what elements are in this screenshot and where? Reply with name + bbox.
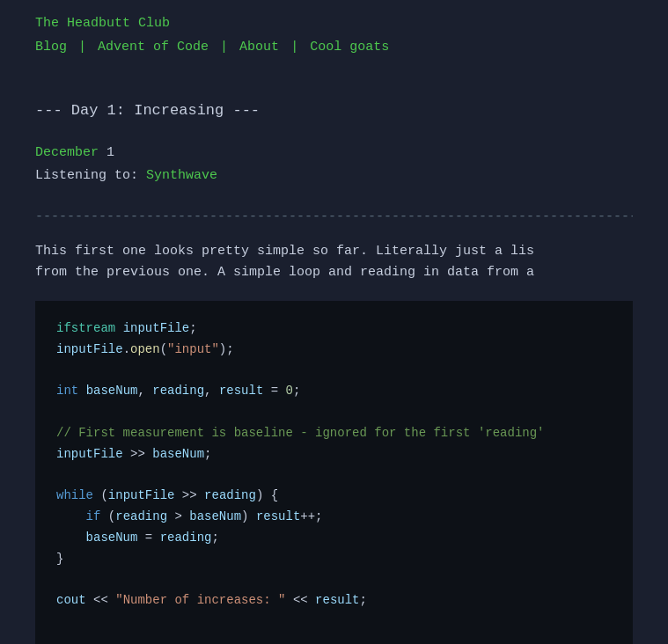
post-date-month: December (35, 145, 99, 160)
nav-sep-2: | (220, 40, 236, 55)
code-line-3 (56, 361, 612, 382)
code-line-14: cout << "Number of increases: " << resul… (56, 590, 612, 611)
nav-bar: Blog | Advent of Code | About | Cool goa… (35, 38, 633, 58)
nav-sep-1: | (78, 40, 94, 55)
code-line-16: < (56, 640, 612, 644)
post-intro: This first one looks pretty simple so fa… (35, 241, 633, 283)
post-title: --- Day 1: Increasing --- (35, 99, 633, 122)
intro-line-1: This first one looks pretty simple so fa… (35, 241, 633, 262)
code-line-10: if (reading > baseNum) result++; (56, 507, 612, 528)
code-line-5 (56, 402, 612, 423)
code-line-9: while (inputFile >> reading) { (56, 486, 612, 507)
nav-about[interactable]: About (239, 40, 279, 55)
code-line-15 (56, 611, 612, 633)
code-line-1: ifstream inputFile; (56, 318, 612, 340)
listening-to: Listening to: Synthwave (35, 166, 633, 187)
nav-sep-3: | (290, 40, 306, 55)
listening-label: Listening to: (35, 168, 138, 183)
divider: ----------------------------------------… (35, 208, 633, 228)
listening-track: Synthwave (146, 168, 217, 183)
code-line-6: // First measurement is baseline - ignor… (56, 423, 612, 444)
code-block: ifstream inputFile; inputFile.open("inpu… (35, 301, 633, 644)
site-title: The Headbutt Club (35, 14, 633, 34)
code-line-13 (56, 570, 612, 591)
code-line-7: inputFile >> baseNum; (56, 444, 612, 465)
code-line-12: } (56, 549, 612, 570)
code-line-2: inputFile.open("input"); (56, 340, 612, 361)
site-header: The Headbutt Club Blog | Advent of Code … (35, 14, 633, 57)
nav-cool-goats[interactable]: Cool goats (310, 40, 389, 55)
code-line-4: int baseNum, reading, result = 0; (56, 381, 612, 402)
nav-advent[interactable]: Advent of Code (98, 40, 209, 55)
code-line-8 (56, 465, 612, 487)
nav-blog[interactable]: Blog (35, 40, 67, 55)
post-date: December 1 (35, 143, 633, 164)
intro-line-2: from the previous one. A simple loop and… (35, 262, 633, 283)
code-line-11: baseNum = reading; (56, 528, 612, 549)
